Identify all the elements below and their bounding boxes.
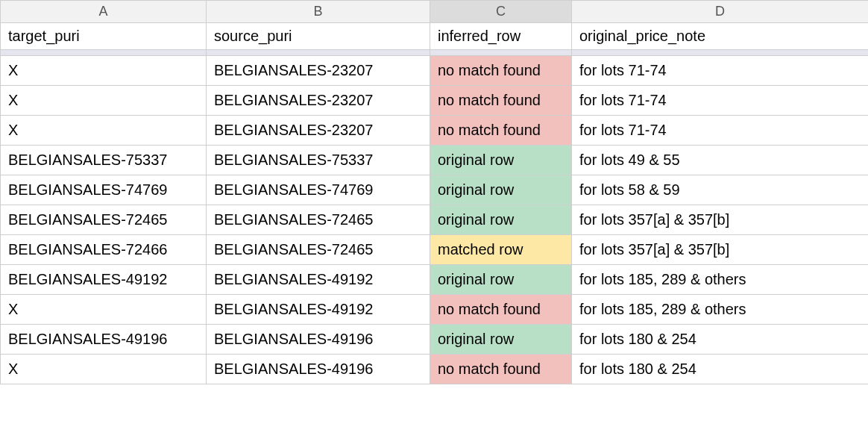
header-cell-b[interactable]: source_puri: [207, 23, 430, 50]
freeze-bar: [1, 50, 869, 56]
header-cell-a[interactable]: target_puri: [1, 23, 207, 50]
table-row: BELGIANSALES-72465BELGIANSALES-72465orig…: [1, 205, 869, 235]
cell-a[interactable]: X: [1, 56, 207, 86]
cell-d[interactable]: for lots 49 & 55: [572, 146, 869, 175]
cell-c[interactable]: original row: [430, 325, 572, 355]
cell-a[interactable]: BELGIANSALES-72465: [1, 205, 207, 235]
cell-a[interactable]: X: [1, 86, 207, 116]
cell-a[interactable]: X: [1, 355, 207, 384]
cell-c[interactable]: original row: [430, 205, 572, 235]
cell-d[interactable]: for lots 58 & 59: [572, 175, 869, 205]
cell-d[interactable]: for lots 185, 289 & others: [572, 265, 869, 295]
cell-b[interactable]: BELGIANSALES-75337: [207, 146, 430, 175]
table-row: BELGIANSALES-72466BELGIANSALES-72465matc…: [1, 235, 869, 265]
cell-c[interactable]: no match found: [430, 355, 572, 384]
cell-d[interactable]: for lots 357[a] & 357[b]: [572, 235, 869, 265]
cell-b[interactable]: BELGIANSALES-23207: [207, 116, 430, 146]
table-row: BELGIANSALES-49192BELGIANSALES-49192orig…: [1, 265, 869, 295]
cell-b[interactable]: BELGIANSALES-23207: [207, 86, 430, 116]
column-header-b[interactable]: B: [207, 1, 430, 23]
cell-d[interactable]: for lots 357[a] & 357[b]: [572, 205, 869, 235]
table-row: BELGIANSALES-49196BELGIANSALES-49196orig…: [1, 325, 869, 355]
cell-b[interactable]: BELGIANSALES-49192: [207, 265, 430, 295]
table-row: XBELGIANSALES-49196no match foundfor lot…: [1, 355, 869, 384]
cell-b[interactable]: BELGIANSALES-49196: [207, 325, 430, 355]
cell-c[interactable]: no match found: [430, 116, 572, 146]
cell-a[interactable]: X: [1, 116, 207, 146]
table-row: XBELGIANSALES-23207no match foundfor lot…: [1, 116, 869, 146]
cell-d[interactable]: for lots 71-74: [572, 56, 869, 86]
cell-d[interactable]: for lots 180 & 254: [572, 325, 869, 355]
cell-b[interactable]: BELGIANSALES-49196: [207, 355, 430, 384]
header-cell-d[interactable]: original_price_note: [572, 23, 869, 50]
cell-b[interactable]: BELGIANSALES-23207: [207, 56, 430, 86]
cell-d[interactable]: for lots 71-74: [572, 116, 869, 146]
table-row: XBELGIANSALES-23207no match foundfor lot…: [1, 86, 869, 116]
cell-b[interactable]: BELGIANSALES-72465: [207, 235, 430, 265]
cell-b[interactable]: BELGIANSALES-74769: [207, 175, 430, 205]
cell-c[interactable]: original row: [430, 265, 572, 295]
table-row: XBELGIANSALES-49192no match foundfor lot…: [1, 295, 869, 325]
cell-a[interactable]: BELGIANSALES-49192: [1, 265, 207, 295]
column-header-c[interactable]: C: [430, 1, 572, 23]
column-header-d[interactable]: D: [572, 1, 869, 23]
cell-d[interactable]: for lots 180 & 254: [572, 355, 869, 384]
cell-c[interactable]: original row: [430, 175, 572, 205]
table-body: XBELGIANSALES-23207no match foundfor lot…: [1, 56, 869, 384]
table-row: BELGIANSALES-74769BELGIANSALES-74769orig…: [1, 175, 869, 205]
header-cell-c[interactable]: inferred_row: [430, 23, 572, 50]
cell-c[interactable]: no match found: [430, 86, 572, 116]
spreadsheet-table: A B C D target_puri source_puri inferred…: [0, 0, 868, 384]
cell-a[interactable]: BELGIANSALES-49196: [1, 325, 207, 355]
cell-c[interactable]: matched row: [430, 235, 572, 265]
header-row: target_puri source_puri inferred_row ori…: [1, 23, 869, 50]
cell-d[interactable]: for lots 185, 289 & others: [572, 295, 869, 325]
cell-c[interactable]: original row: [430, 146, 572, 175]
cell-c[interactable]: no match found: [430, 56, 572, 86]
cell-a[interactable]: X: [1, 295, 207, 325]
cell-a[interactable]: BELGIANSALES-75337: [1, 146, 207, 175]
column-header-a[interactable]: A: [1, 1, 207, 23]
cell-c[interactable]: no match found: [430, 295, 572, 325]
cell-d[interactable]: for lots 71-74: [572, 86, 869, 116]
table-row: BELGIANSALES-75337BELGIANSALES-75337orig…: [1, 146, 869, 175]
cell-b[interactable]: BELGIANSALES-72465: [207, 205, 430, 235]
cell-b[interactable]: BELGIANSALES-49192: [207, 295, 430, 325]
table-row: XBELGIANSALES-23207no match foundfor lot…: [1, 56, 869, 86]
cell-a[interactable]: BELGIANSALES-74769: [1, 175, 207, 205]
cell-a[interactable]: BELGIANSALES-72466: [1, 235, 207, 265]
column-letter-row: A B C D: [1, 1, 869, 23]
